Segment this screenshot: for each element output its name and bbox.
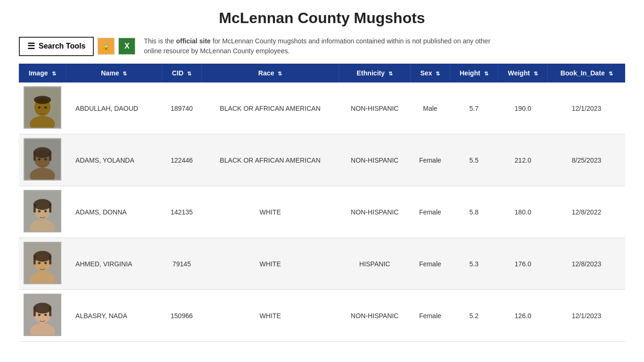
race-cell: BLACK OR AFRICAN AMERICAN	[201, 82, 339, 134]
col-height[interactable]: Height ⇅	[450, 64, 498, 82]
name-cell: AHMED, VIRGINIA	[66, 238, 162, 290]
svg-point-30	[41, 213, 43, 215]
svg-point-19	[41, 161, 43, 164]
disclaimer-bold: official site	[176, 37, 211, 45]
search-tools-button[interactable]: ☰ Search Tools	[19, 37, 94, 56]
svg-point-50	[38, 314, 41, 316]
cid-cell: 189740	[162, 82, 202, 134]
ethnicity-cell: NON-HISPANIC	[339, 82, 411, 134]
svg-point-18	[44, 158, 47, 161]
book-in-date-cell: 12/1/2023	[548, 82, 625, 134]
svg-point-47	[33, 303, 51, 314]
race-cell: WHITE	[201, 290, 339, 342]
name-cell: ADAMS, YOLANDA	[66, 134, 162, 186]
col-name[interactable]: Name ⇅	[66, 64, 162, 82]
sex-cell: Female	[411, 186, 450, 238]
svg-rect-27	[49, 204, 51, 213]
height-cell: 5.8	[450, 186, 498, 238]
weight-cell: 176.0	[498, 238, 548, 290]
pdf-export-button[interactable]: 🔒	[98, 38, 115, 55]
race-cell: WHITE	[201, 186, 339, 238]
svg-point-52	[41, 317, 43, 319]
svg-point-8	[41, 109, 43, 112]
svg-point-5	[34, 96, 51, 104]
col-ethnicity[interactable]: Ethnicity ⇅	[339, 64, 411, 82]
table-row: AHMED, VIRGINIA79145WHITEHISPANICFemale5…	[19, 238, 625, 290]
table-body: ABDULLAH, DAOUD189740BLACK OR AFRICAN AM…	[19, 82, 625, 342]
mugshot-cell[interactable]	[19, 238, 66, 290]
sort-arrow-weight: ⇅	[534, 71, 538, 76]
col-sex[interactable]: Sex ⇅	[411, 64, 450, 82]
sort-arrow-cid: ⇅	[187, 71, 191, 76]
sex-cell: Female	[411, 238, 450, 290]
sex-cell: Female	[411, 134, 450, 186]
sort-arrow-ethnicity: ⇅	[388, 71, 393, 76]
svg-point-29	[44, 210, 47, 213]
svg-point-40	[44, 262, 47, 264]
page-title: McLennan County Mugshots	[19, 9, 625, 27]
svg-rect-26	[33, 204, 36, 213]
sort-arrow-height: ⇅	[484, 71, 488, 76]
svg-point-41	[41, 265, 43, 267]
svg-point-6	[38, 107, 41, 109]
svg-point-51	[44, 314, 47, 316]
svg-point-25	[33, 199, 51, 210]
book-in-date-cell: 8/25/2023	[548, 134, 625, 186]
disclaimer-prefix: This is the	[144, 37, 176, 45]
svg-point-14	[33, 148, 51, 158]
col-race[interactable]: Race ⇅	[201, 64, 339, 82]
mugshot-cell[interactable]	[19, 290, 66, 342]
table-row: ABDULLAH, DAOUD189740BLACK OR AFRICAN AM…	[19, 82, 625, 134]
cid-cell: 142135	[162, 186, 202, 238]
cid-cell: 79145	[162, 238, 202, 290]
race-cell: WHITE	[201, 238, 339, 290]
excel-export-button[interactable]: X	[118, 38, 135, 55]
cid-cell: 122446	[162, 134, 202, 186]
ethnicity-cell: NON-HISPANIC	[339, 186, 411, 238]
name-cell: ABDULLAH, DAOUD	[66, 82, 162, 134]
page-container: McLennan County Mugshots ☰ Search Tools …	[0, 0, 644, 351]
hamburger-icon: ☰	[27, 41, 35, 51]
svg-point-36	[33, 251, 51, 262]
header-row: Image ⇅ Name ⇅ CID ⇅ Race ⇅ Ethnicity ⇅ …	[19, 64, 625, 82]
svg-rect-16	[49, 152, 51, 161]
mugshot-cell[interactable]	[19, 186, 66, 238]
col-cid[interactable]: CID ⇅	[162, 64, 202, 82]
weight-cell: 180.0	[498, 186, 548, 238]
name-cell: ADAMS, DONNA	[66, 186, 162, 238]
search-tools-label: Search Tools	[39, 42, 85, 50]
pdf-icon: 🔒	[101, 42, 111, 51]
height-cell: 5.5	[450, 134, 498, 186]
table-row: ALBASRY, NADA150966WHITENON-HISPANICFema…	[19, 290, 625, 342]
ethnicity-cell: NON-HISPANIC	[339, 134, 411, 186]
disclaimer-text: This is the official site for McLennan C…	[144, 36, 497, 56]
race-cell: BLACK OR AFRICAN AMERICAN	[201, 134, 339, 186]
name-cell: ALBASRY, NADA	[66, 290, 162, 342]
svg-rect-37	[33, 255, 36, 264]
col-image[interactable]: Image ⇅	[19, 64, 66, 82]
sort-arrow-name: ⇅	[123, 71, 127, 76]
ethnicity-cell: HISPANIC	[339, 238, 411, 290]
svg-point-28	[38, 210, 41, 213]
book-in-date-cell: 12/8/2022	[548, 186, 625, 238]
col-weight[interactable]: Weight ⇅	[498, 64, 548, 82]
mugshot-cell[interactable]	[19, 134, 66, 186]
svg-rect-49	[49, 307, 51, 316]
toolbar: ☰ Search Tools 🔒 X This is the official …	[19, 36, 625, 56]
height-cell: 5.2	[450, 290, 498, 342]
sort-arrow-book-in-date: ⇅	[609, 71, 613, 76]
svg-point-39	[38, 262, 41, 264]
mugshot-cell[interactable]	[19, 82, 66, 134]
svg-rect-15	[33, 152, 36, 161]
excel-icon: X	[124, 42, 130, 50]
mugshots-table: Image ⇅ Name ⇅ CID ⇅ Race ⇅ Ethnicity ⇅ …	[19, 64, 625, 342]
sort-arrow-image: ⇅	[52, 71, 56, 76]
cid-cell: 150966	[162, 290, 202, 342]
book-in-date-cell: 12/1/2023	[548, 290, 625, 342]
table-header: Image ⇅ Name ⇅ CID ⇅ Race ⇅ Ethnicity ⇅ …	[19, 64, 625, 82]
table-row: ADAMS, DONNA142135WHITENON-HISPANICFemal…	[19, 186, 625, 238]
table-row: ADAMS, YOLANDA122446BLACK OR AFRICAN AME…	[19, 134, 625, 186]
col-book-in-date[interactable]: Book_In_Date ⇅	[548, 64, 625, 82]
ethnicity-cell: NON-HISPANIC	[339, 290, 411, 342]
svg-rect-48	[33, 307, 36, 316]
